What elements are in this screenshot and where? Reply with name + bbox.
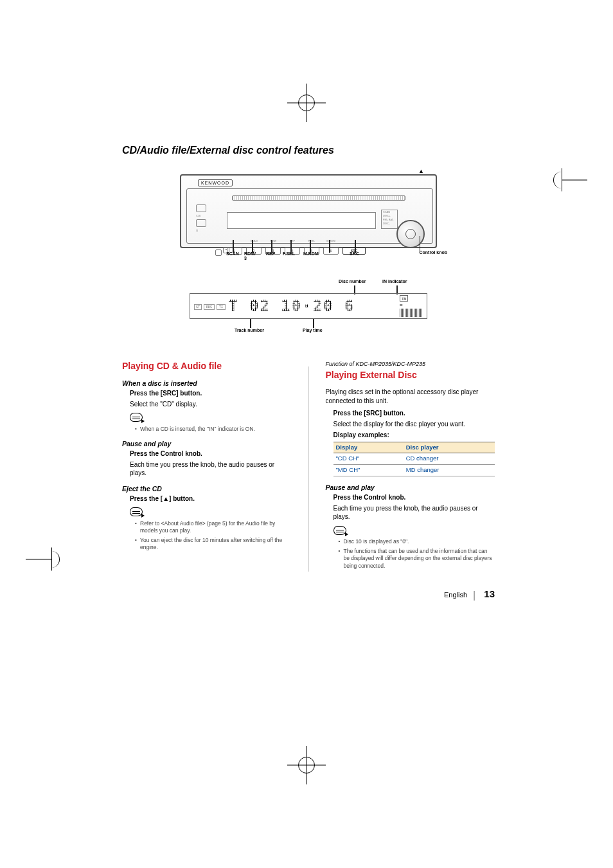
note-about-audio-file: Refer to <About Audio file> (page 5) for… xyxy=(135,520,292,535)
th-display: Display xyxy=(333,442,404,453)
control-knob xyxy=(396,220,425,248)
note-disc10: Disc 10 is displayed as "0". xyxy=(339,538,495,545)
display-examples-label: Display examples: xyxy=(333,431,495,440)
preset-6: 6 xyxy=(323,247,339,255)
callout-src: SRC xyxy=(350,251,359,256)
crop-mark-bottom xyxy=(287,746,326,784)
external-intro: Playing discs set in the optional access… xyxy=(326,388,495,405)
lcd-window xyxy=(227,212,376,229)
left-button-column: CLK Q xyxy=(196,204,210,233)
note-eject-10min: You can eject the disc for 10 minutes af… xyxy=(135,537,292,552)
note-icon xyxy=(130,507,143,516)
disc-slot xyxy=(232,195,405,201)
sub-pause-play-ext: Pause and play xyxy=(326,483,495,492)
callout-track-number: Track number xyxy=(235,328,264,332)
step-select-cd: Select the "CD" display. xyxy=(130,400,292,409)
callout-disc-number: Disc number xyxy=(339,279,366,284)
body-columns: Playing CD & Audio file When a disc is i… xyxy=(122,360,495,572)
step-press-src-ext: Press the [SRC] button. xyxy=(333,409,495,418)
table-row: "MD CH" MD changer xyxy=(333,465,495,476)
callout-in-indicator: IN indicator xyxy=(382,279,407,284)
step-press-src: Press the [SRC] button. xyxy=(130,389,292,398)
note-icon xyxy=(130,413,143,422)
preset-tiny-labels: SCAN RDM/ REP F.SEL M.RDM xyxy=(227,239,339,242)
callout-rep: REP xyxy=(266,251,275,256)
th-disc-player: Disc player xyxy=(404,442,495,453)
crop-mark-right xyxy=(562,161,587,199)
eject-icon: ▲ xyxy=(418,168,424,174)
sub-pause-play: Pause and play xyxy=(122,439,292,448)
headunit-body: KENWOOD SCAN DISC+ FM+ AM- DISC- CLK Q xyxy=(180,174,437,248)
page-footer: English | 13 xyxy=(444,588,495,600)
lcd-right-cluster: IN ≡ xyxy=(400,295,423,317)
in-indicator: IN xyxy=(400,295,408,302)
sub-eject-cd: Eject the CD xyxy=(122,484,292,493)
heading-playing-cd: Playing CD & Audio file xyxy=(122,360,292,372)
page-number: 13 xyxy=(484,588,495,599)
note-in-indicator: When a CD is inserted, the "IN" indicato… xyxy=(135,426,292,433)
callout-rdm: RDM/ 3 xyxy=(244,251,256,260)
table-row: "CD CH" CD changer xyxy=(333,453,495,465)
step-press-knob: Press the Control knob. xyxy=(130,449,292,458)
lcd-figure: Disc number IN indicator ST RDS TI T 02 … xyxy=(190,279,427,330)
att-button xyxy=(215,249,222,256)
left-column: Playing CD & Audio file When a disc is i… xyxy=(122,360,292,572)
section-title: CD/Audio file/External disc control feat… xyxy=(122,145,495,156)
function-of-note: Function of KDC-MP2035/KDC-MP235 xyxy=(326,360,495,368)
step-pause-body: Each time you press the knob, the audio … xyxy=(130,460,292,478)
lcd-left-badges: ST RDS TI xyxy=(194,303,226,310)
column-divider xyxy=(308,366,309,572)
right-column: Function of KDC-MP2035/KDC-MP235 Playing… xyxy=(326,360,495,572)
lcd-frame: ST RDS TI T 02 10·20 6 IN ≡ xyxy=(190,293,427,319)
display-examples-table: Display Disc player "CD CH" CD changer "… xyxy=(333,442,495,476)
sub-when-disc-inserted: When a disc is inserted xyxy=(122,379,292,388)
heading-playing-external: Playing External Disc xyxy=(326,369,495,381)
table-header-row: Display Disc player xyxy=(333,442,495,453)
eq-bars-icon xyxy=(400,309,423,317)
knob-leader xyxy=(420,236,421,251)
headunit-figure: ▲ KENWOOD SCAN DISC+ FM+ AM- DISC- CLK xyxy=(180,174,437,267)
note-functions-differ: The functions that can be used and the i… xyxy=(339,548,495,570)
footer-lang: English xyxy=(444,591,467,599)
headunit-inner: SCAN DISC+ FM+ AM- DISC- CLK Q SCAN RDM/ xyxy=(186,188,433,244)
callout-fsel: F.SEL xyxy=(283,251,295,256)
step-press-eject: Press the [▲] button. xyxy=(130,494,292,503)
callout-knob: Control knob xyxy=(419,250,447,255)
crop-mark-left xyxy=(26,540,51,579)
note-icon xyxy=(333,526,346,535)
step-pause-body-ext: Each time you press the knob, the audio … xyxy=(333,504,495,521)
callout-play-time: Play time xyxy=(303,328,323,332)
crop-mark-top xyxy=(287,84,326,122)
brand-label: KENWOOD xyxy=(198,179,233,186)
callout-scan: SCAN xyxy=(226,251,239,256)
page-content: CD/Audio file/External disc control feat… xyxy=(122,145,495,572)
callout-mrdm: M.RDM xyxy=(303,251,319,256)
step-select-display: Select the display for the disc player y… xyxy=(333,420,495,429)
side-screen: SCAN DISC+ FM+ AM- DISC- xyxy=(381,210,398,229)
step-press-knob-ext: Press the Control knob. xyxy=(333,493,495,502)
lcd-readout: T 02 10·20 6 xyxy=(228,297,355,315)
